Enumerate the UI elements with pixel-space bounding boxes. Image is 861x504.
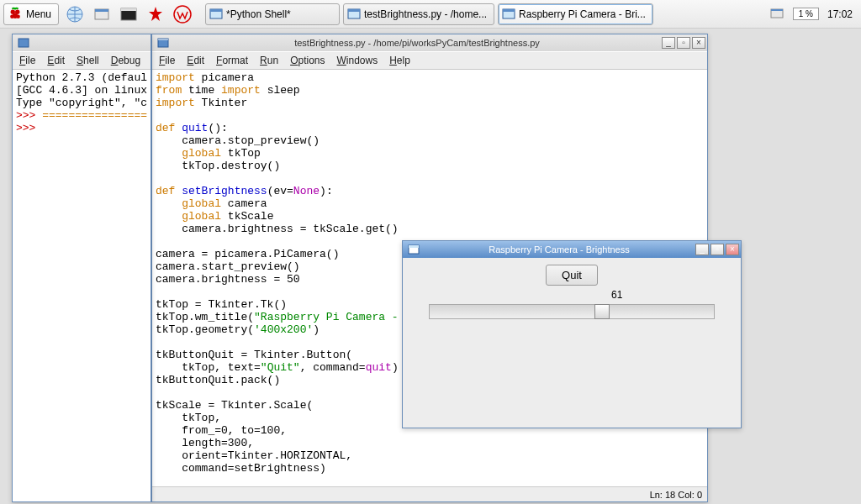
scale-thumb[interactable]	[594, 304, 610, 319]
raspberry-pi-icon	[8, 7, 23, 22]
editor-title: testBrightness.py - /home/pi/worksPyCam/…	[172, 38, 662, 48]
menu-file[interactable]: File	[19, 55, 35, 66]
svg-rect-16	[503, 9, 515, 12]
menu-format[interactable]: Format	[216, 55, 248, 66]
menu-edit[interactable]: Edit	[47, 55, 65, 66]
shell-content[interactable]: Python 2.7.3 (defaul[GCC 4.6.3] on linux…	[13, 70, 151, 501]
editor-menubar: FileEditFormatRunOptionsWindowsHelp	[152, 51, 707, 70]
maximize-button[interactable]: ▫	[677, 37, 690, 49]
shell-menubar: FileEditShellDebug	[13, 51, 151, 70]
menu-debug[interactable]: Debug	[111, 55, 140, 66]
quit-button[interactable]: Quit	[546, 265, 598, 286]
file-manager-icon[interactable]	[91, 3, 113, 25]
taskbar-task[interactable]: *Python Shell*	[205, 3, 340, 25]
brightness-scale[interactable]	[429, 304, 715, 319]
star-icon[interactable]	[145, 3, 166, 25]
maximize-button[interactable]: ▫	[710, 244, 724, 255]
menu-help[interactable]: Help	[389, 55, 410, 66]
window-icon	[18, 37, 29, 49]
svg-rect-21	[18, 39, 29, 47]
menu-shell[interactable]: Shell	[77, 55, 99, 66]
window-icon	[408, 244, 420, 255]
system-tray: 1 % 17:02	[769, 7, 858, 22]
svg-rect-12	[210, 9, 222, 12]
scale-value: 61	[409, 289, 734, 301]
editor-statusbar: Ln: 18 Col: 0	[152, 486, 707, 501]
shell-titlebar[interactable]	[13, 34, 151, 51]
shell-window: FileEditShellDebug Python 2.7.3 (defaul[…	[12, 34, 151, 502]
close-button[interactable]: ×	[726, 244, 739, 255]
cpu-usage[interactable]: 1 %	[793, 8, 819, 20]
close-button[interactable]: ×	[692, 37, 705, 49]
cursor-position: Ln: 18 Col: 0	[650, 490, 702, 500]
editor-titlebar[interactable]: testBrightness.py - /home/pi/worksPyCam/…	[152, 34, 707, 51]
taskbar-task[interactable]: testBrightness.py - /home...	[343, 3, 494, 25]
wolf-icon[interactable]	[172, 3, 193, 25]
clock[interactable]: 17:02	[827, 8, 853, 20]
svg-point-3	[10, 14, 14, 18]
svg-rect-7	[95, 9, 108, 12]
menu-windows[interactable]: Windows	[337, 55, 378, 66]
terminal-icon[interactable]	[118, 3, 140, 25]
brightness-title: Raspberry Pi Camera - Brightness	[423, 244, 695, 255]
brightness-window: Raspberry Pi Camera - Brightness _ ▫ × Q…	[402, 240, 742, 428]
svg-rect-9	[121, 8, 136, 11]
menu-edit[interactable]: Edit	[187, 55, 204, 66]
svg-rect-18	[771, 9, 783, 11]
svg-rect-14	[348, 9, 360, 12]
menu-run[interactable]: Run	[260, 55, 278, 66]
menu-file[interactable]: File	[159, 55, 175, 66]
taskbar-task[interactable]: Raspberry Pi Camera - Bri...	[498, 3, 653, 25]
menu-button[interactable]: Menu	[3, 3, 59, 25]
menu-options[interactable]: Options	[290, 55, 325, 66]
globe-icon[interactable]	[64, 3, 86, 25]
minimize-button[interactable]: _	[695, 244, 709, 255]
tray-icon[interactable]	[769, 7, 784, 22]
svg-point-4	[16, 14, 20, 18]
taskbar: Menu *Python Shell*testBrightness.py - /…	[0, 0, 861, 29]
window-icon	[157, 37, 169, 49]
svg-rect-20	[158, 39, 168, 40]
menu-label: Menu	[26, 8, 51, 20]
svg-rect-23	[409, 245, 419, 248]
minimize-button[interactable]: _	[662, 37, 675, 49]
brightness-titlebar[interactable]: Raspberry Pi Camera - Brightness _ ▫ ×	[403, 241, 741, 258]
